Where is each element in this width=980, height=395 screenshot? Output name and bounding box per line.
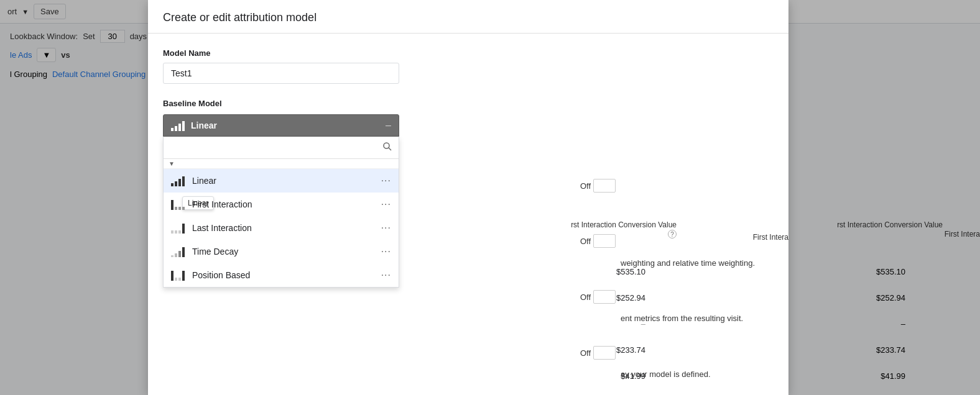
scroll-indicator: ▼ [164, 159, 399, 169]
modal-val-4: $233.74 [616, 345, 645, 355]
modal-val-5: $41.99 [621, 371, 645, 381]
svg-line-1 [389, 148, 391, 150]
modal-off-box-4[interactable] [593, 346, 616, 360]
modal-desc-2: ent metrics from the resulting visit. [621, 314, 743, 323]
dropdown-panel: ▼ Linear ··· Li [163, 137, 399, 288]
dropdown-item-linear-label: Linear [192, 176, 375, 186]
baseline-model-label: Baseline Model [163, 99, 774, 108]
dropdown-item-time-decay-label: Time Decay [192, 247, 375, 257]
modal-value-2: $252.94 [616, 293, 645, 302]
modal-off-toggle-1: Off [580, 179, 616, 193]
time-decay-icon [171, 246, 186, 257]
dropdown-close-icon[interactable]: – [386, 120, 391, 131]
modal-val-3: – [641, 319, 645, 329]
scroll-down-arrow: ▼ [169, 160, 175, 167]
last-interaction-icon [171, 222, 186, 234]
modal-off-label-3: Off [580, 293, 591, 302]
dropdown-item-time-decay[interactable]: Time Decay ··· [164, 240, 399, 263]
modal-ficv-col2: First Intera [753, 233, 788, 242]
position-based-icon [171, 270, 186, 281]
dropdown-selected-text: Linear [191, 120, 379, 130]
dropdown-item-position-menu[interactable]: ··· [381, 270, 391, 281]
dropdown-search-input[interactable] [169, 142, 381, 153]
dropdown-selected[interactable]: Linear – [163, 114, 399, 137]
modal-off-label-1: Off [580, 181, 591, 191]
model-name-input[interactable] [163, 63, 399, 84]
dropdown-item-position-label: Position Based [192, 270, 375, 280]
modal-dialog: Create or edit attribution model Model N… [148, 0, 788, 395]
modal-off-label-4: Off [580, 348, 591, 358]
dropdown-item-last-menu[interactable]: ··· [381, 222, 391, 234]
dropdown-item-linear[interactable]: Linear ··· Linear [164, 169, 399, 193]
baseline-model-dropdown[interactable]: Linear – ▼ [163, 114, 399, 137]
dropdown-item-last-interaction[interactable]: Last Interaction ··· [164, 216, 399, 240]
modal-value-1: $535.10 [616, 267, 645, 276]
modal-off-box-3[interactable] [593, 290, 616, 304]
modal-body: Model Name Baseline Model Linear – [148, 34, 788, 152]
ficv-question-mark[interactable]: ? [668, 230, 677, 238]
model-name-label: Model Name [163, 48, 774, 58]
modal-off-box-1[interactable] [593, 179, 616, 193]
modal-ficv-header-text: rst Interaction Conversion Value [571, 220, 677, 229]
modal-off-toggle-3: Off [580, 290, 616, 304]
modal-value-4: $233.74 [616, 345, 645, 355]
dropdown-search [164, 137, 399, 159]
modal-value-3: – [641, 319, 645, 329]
svg-point-0 [384, 143, 389, 148]
first-interaction-icon [171, 199, 186, 210]
dropdown-item-first-label: First Interaction [192, 199, 375, 209]
linear-icon-selected [171, 120, 185, 131]
modal-val-2: $252.94 [616, 293, 645, 302]
modal-ficv-header: rst Interaction Conversion Value ? [565, 220, 677, 238]
linear-icon [171, 175, 186, 186]
dropdown-item-linear-menu[interactable]: ··· [381, 175, 391, 186]
modal-value-5: $41.99 [621, 371, 645, 381]
search-button[interactable] [381, 140, 394, 155]
dropdown-item-time-decay-menu[interactable]: ··· [381, 246, 391, 257]
dropdown-list: Linear ··· Linear First Interac [164, 169, 399, 287]
modal-desc-text-2: ent metrics from the resulting visit. [621, 314, 743, 323]
dropdown-item-position-based[interactable]: Position Based ··· [164, 263, 399, 287]
dropdown-item-last-label: Last Interaction [192, 223, 375, 233]
modal-header: Create or edit attribution model [148, 0, 788, 34]
modal-desc-1: weighting and relative time weighting. [621, 258, 755, 268]
modal-off-toggle-4: Off [580, 346, 616, 360]
modal-desc-text-1: weighting and relative time weighting. [621, 258, 755, 268]
dropdown-item-first-interaction[interactable]: First Interaction ··· [164, 193, 399, 216]
modal-ficv-header-2: First Intera [753, 233, 788, 242]
modal-val-1: $535.10 [616, 267, 645, 276]
dropdown-item-first-menu[interactable]: ··· [381, 199, 391, 210]
modal-title: Create or edit attribution model [163, 11, 774, 24]
